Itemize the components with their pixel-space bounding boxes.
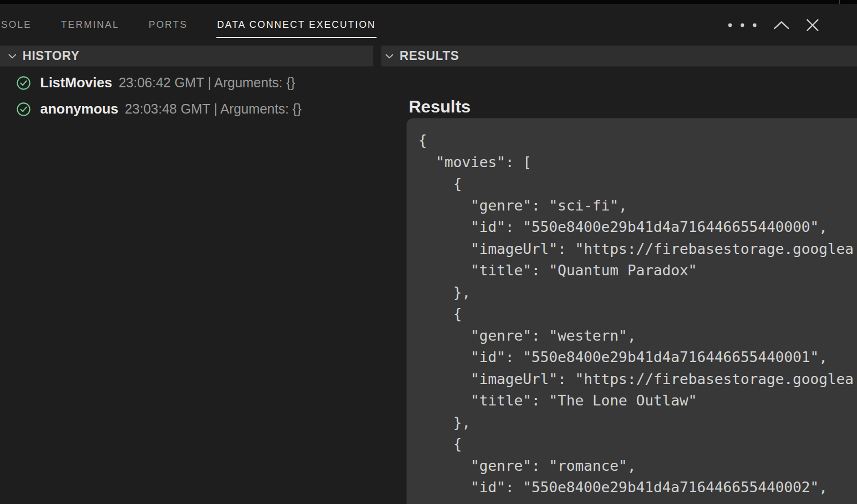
- editor-divider-tick: [839, 0, 840, 4]
- history-item-name: ListMovies: [40, 74, 112, 91]
- results-panel: Results { "movies": [ { "genre": "sci-fi…: [382, 66, 857, 504]
- history-section-header[interactable]: HISTORY: [0, 46, 373, 66]
- success-check-icon: [16, 76, 31, 91]
- more-actions-icon[interactable]: [727, 22, 758, 28]
- tab-data-connect-execution[interactable]: DATA CONNECT EXECUTION: [217, 19, 375, 31]
- history-item-listmovies[interactable]: ListMovies 23:06:42 GMT | Arguments: {}: [0, 70, 373, 96]
- history-item-meta: 23:06:42 GMT | Arguments: {}: [118, 75, 295, 91]
- tab-ports[interactable]: PORTS: [148, 19, 187, 31]
- panel-tabs: SOLE TERMINAL PORTS DATA CONNECT EXECUTI…: [0, 19, 376, 31]
- chevron-down-icon[interactable]: [7, 51, 18, 62]
- history-item-anonymous[interactable]: anonymous 23:03:48 GMT | Arguments: {}: [0, 96, 373, 122]
- maximize-panel-icon[interactable]: [773, 20, 790, 30]
- results-header-label: RESULTS: [400, 49, 459, 63]
- history-item-name: anonymous: [40, 101, 118, 117]
- tab-terminal[interactable]: TERMINAL: [61, 19, 119, 31]
- close-panel-icon[interactable]: [805, 18, 820, 33]
- history-list: ListMovies 23:06:42 GMT | Arguments: {} …: [0, 66, 373, 504]
- panel-tabbar: SOLE TERMINAL PORTS DATA CONNECT EXECUTI…: [0, 4, 857, 46]
- results-json-code: { "movies": [ { "genre": "sci-fi", "id":…: [418, 130, 857, 499]
- history-header-label: HISTORY: [22, 49, 80, 63]
- results-title: Results: [409, 96, 471, 117]
- history-item-meta: 23:03:48 GMT | Arguments: {}: [125, 101, 302, 117]
- tab-console-partial[interactable]: SOLE: [1, 19, 32, 31]
- chevron-down-icon[interactable]: [384, 51, 395, 62]
- results-json-viewer[interactable]: { "movies": [ { "genre": "sci-fi", "id":…: [407, 118, 857, 504]
- results-section-header[interactable]: RESULTS: [381, 46, 857, 66]
- panel-top-border: [0, 0, 857, 4]
- panel-window-controls: [727, 18, 857, 33]
- success-check-icon: [16, 102, 31, 117]
